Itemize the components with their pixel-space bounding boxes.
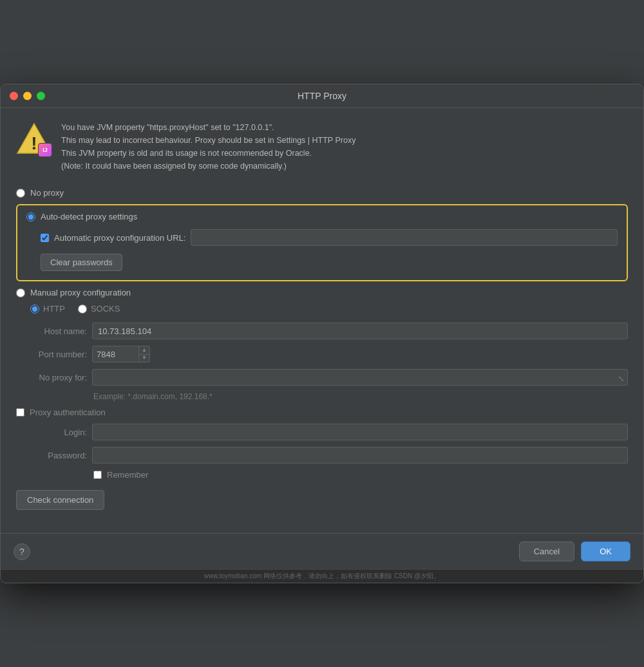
password-input[interactable] xyxy=(92,447,628,464)
no-proxy-input-wrap: ⤡ xyxy=(92,369,628,386)
socks-protocol-option: SOCKS xyxy=(78,304,120,314)
auto-url-input[interactable] xyxy=(191,229,618,246)
port-number-row: Port number: ▲ ▼ xyxy=(16,346,628,362)
content-area: ! IJ You have JVM property "https.proxyH… xyxy=(1,108,643,533)
auto-detect-header: Auto-detect proxy settings xyxy=(26,212,618,221)
no-proxy-for-label: No proxy for: xyxy=(16,373,87,382)
proxy-auth-label[interactable]: Proxy authentication xyxy=(30,408,106,417)
auto-url-label[interactable]: Automatic proxy configuration URL: xyxy=(54,233,185,243)
help-button[interactable]: ? xyxy=(14,543,30,560)
watermark: www.toymoban.com 网络仅供参考，请勿向上，如有侵权联系删除 CS… xyxy=(1,569,643,583)
no-proxy-for-row: No proxy for: ⤡ xyxy=(16,369,628,386)
proxy-auth-section: Proxy authentication Login: Password: Re… xyxy=(16,408,628,480)
warning-icon: ! IJ xyxy=(16,121,52,157)
expand-icon[interactable]: ⤡ xyxy=(618,375,624,383)
clear-passwords-button[interactable]: Clear passwords xyxy=(41,254,122,271)
no-proxy-radio[interactable] xyxy=(16,189,25,198)
port-input[interactable] xyxy=(93,350,138,359)
remember-row: Remember xyxy=(93,470,628,480)
auto-detect-label[interactable]: Auto-detect proxy settings xyxy=(41,212,137,221)
warning-text: You have JVM property "https.proxyHost" … xyxy=(61,121,355,173)
protocol-row: HTTP SOCKS xyxy=(30,304,628,314)
footer: ? Cancel OK xyxy=(1,533,643,569)
watermark-text: www.toymoban.com 网络仅供参考，请勿向上，如有侵权联系删除 CS… xyxy=(204,572,440,579)
port-spinner: ▲ ▼ xyxy=(138,346,149,362)
auto-detect-box: Auto-detect proxy settings Automatic pro… xyxy=(16,204,628,281)
ij-icon: IJ xyxy=(38,143,52,157)
port-up-button[interactable]: ▲ xyxy=(139,346,149,355)
login-label: Login: xyxy=(16,427,87,437)
no-proxy-for-input[interactable] xyxy=(92,369,628,386)
http-radio[interactable] xyxy=(30,305,39,314)
title-bar: HTTP Proxy xyxy=(1,84,643,108)
check-connection-button[interactable]: Check connection xyxy=(16,490,104,510)
manual-proxy-section: Manual proxy configuration HTTP SOCKS Ho… xyxy=(16,288,628,480)
socks-radio[interactable] xyxy=(78,305,87,314)
http-label[interactable]: HTTP xyxy=(43,304,65,314)
password-label: Password: xyxy=(16,451,87,460)
maximize-button[interactable] xyxy=(37,92,45,100)
example-text: Example: *.domain.com, 192.168.* xyxy=(93,392,628,401)
remember-label[interactable]: Remember xyxy=(107,470,148,480)
warning-banner: ! IJ You have JVM property "https.proxyH… xyxy=(16,118,628,175)
minimize-button[interactable] xyxy=(23,92,32,100)
ok-button[interactable]: OK xyxy=(581,541,630,561)
svg-text:!: ! xyxy=(31,133,37,153)
manual-proxy-label[interactable]: Manual proxy configuration xyxy=(30,288,131,297)
remember-checkbox[interactable] xyxy=(93,471,102,479)
close-button[interactable] xyxy=(10,92,18,100)
socks-label[interactable]: SOCKS xyxy=(91,304,120,314)
cancel-button[interactable]: Cancel xyxy=(519,541,574,561)
no-proxy-row: No proxy xyxy=(16,185,628,200)
no-proxy-label[interactable]: No proxy xyxy=(30,188,64,198)
port-input-wrap: ▲ ▼ xyxy=(92,346,150,362)
config-url-row: Automatic proxy configuration URL: xyxy=(41,229,618,246)
port-down-button[interactable]: ▼ xyxy=(139,355,149,362)
manual-proxy-header: Manual proxy configuration xyxy=(16,288,628,297)
login-input[interactable] xyxy=(92,424,628,440)
manual-proxy-radio[interactable] xyxy=(16,288,25,297)
proxy-auth-checkbox[interactable] xyxy=(16,408,24,417)
login-row: Login: xyxy=(16,424,628,440)
auto-url-checkbox[interactable] xyxy=(41,234,49,242)
host-name-input[interactable] xyxy=(92,323,628,339)
host-name-row: Host name: xyxy=(16,323,628,339)
window-title: HTTP Proxy xyxy=(298,91,346,101)
proxy-auth-header: Proxy authentication xyxy=(16,408,628,417)
password-row: Password: xyxy=(16,447,628,464)
port-number-label: Port number: xyxy=(16,350,87,359)
traffic-lights xyxy=(10,92,45,100)
host-name-label: Host name: xyxy=(16,326,87,336)
http-proxy-dialog: HTTP Proxy ! IJ You have JVM property "h… xyxy=(0,84,644,583)
http-protocol-option: HTTP xyxy=(30,304,65,314)
auto-detect-radio[interactable] xyxy=(26,212,35,221)
footer-actions: Cancel OK xyxy=(519,541,630,561)
